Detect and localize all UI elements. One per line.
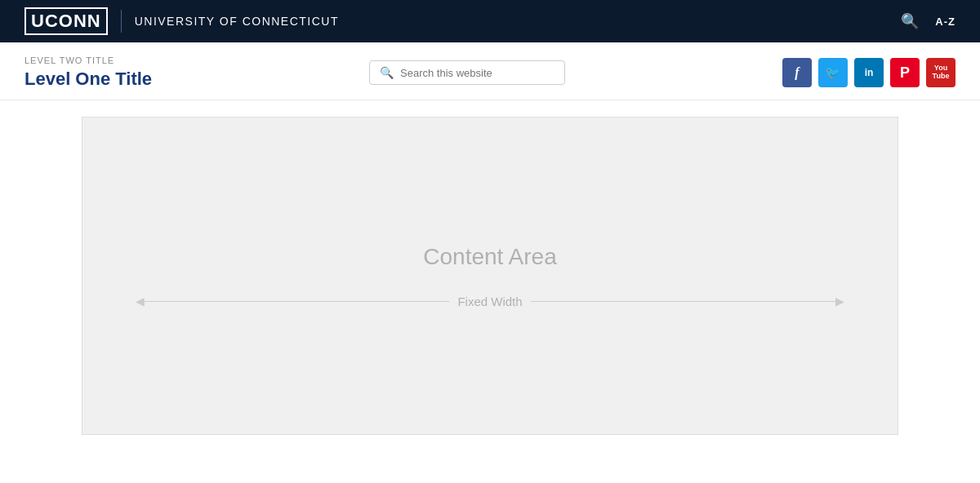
arrow-line-left xyxy=(144,301,450,302)
search-bar: 🔍 xyxy=(369,60,565,85)
nav-brand: UCONN UNIVERSITY OF CONNECTICUT xyxy=(24,7,339,35)
twitter-icon[interactable]: 🐦 xyxy=(818,58,848,87)
twitter-label: 🐦 xyxy=(825,65,840,80)
youtube-icon[interactable]: YouTube xyxy=(926,58,956,87)
fixed-width-row: Fixed Width xyxy=(144,295,836,308)
pinterest-label: P xyxy=(900,64,910,82)
arrow-line-right xyxy=(531,301,837,302)
uconn-logo[interactable]: UCONN xyxy=(24,7,108,35)
social-icons: f 🐦 in P YouTube xyxy=(782,58,956,87)
search-input[interactable] xyxy=(400,67,555,79)
level-two-title: LEVEL TWO TITLE xyxy=(24,55,152,65)
top-navigation: UCONN UNIVERSITY OF CONNECTICUT 🔍 A-Z xyxy=(0,0,980,42)
linkedin-label: in xyxy=(865,67,874,78)
youtube-label: YouTube xyxy=(933,64,950,81)
main-content: Content Area Fixed Width xyxy=(0,100,980,451)
fixed-width-label: Fixed Width xyxy=(457,295,522,308)
search-icon[interactable]: 🔍 xyxy=(901,12,919,30)
content-area: Content Area Fixed Width xyxy=(82,117,898,435)
title-block: LEVEL TWO TITLE Level One Title xyxy=(24,55,152,90)
level-one-title[interactable]: Level One Title xyxy=(24,69,152,90)
search-bar-wrapper: 🔍 xyxy=(369,60,565,85)
university-name: UNIVERSITY OF CONNECTICUT xyxy=(135,15,339,28)
nav-actions: 🔍 A-Z xyxy=(901,12,956,30)
content-area-label: Content Area xyxy=(423,244,556,270)
facebook-label: f xyxy=(795,65,799,80)
search-bar-icon: 🔍 xyxy=(380,66,394,79)
nav-divider xyxy=(121,10,122,33)
facebook-icon[interactable]: f xyxy=(782,58,812,87)
az-link[interactable]: A-Z xyxy=(935,16,956,28)
linkedin-icon[interactable]: in xyxy=(854,58,884,87)
sub-header: LEVEL TWO TITLE Level One Title 🔍 f 🐦 in… xyxy=(0,42,980,100)
pinterest-icon[interactable]: P xyxy=(890,58,920,87)
